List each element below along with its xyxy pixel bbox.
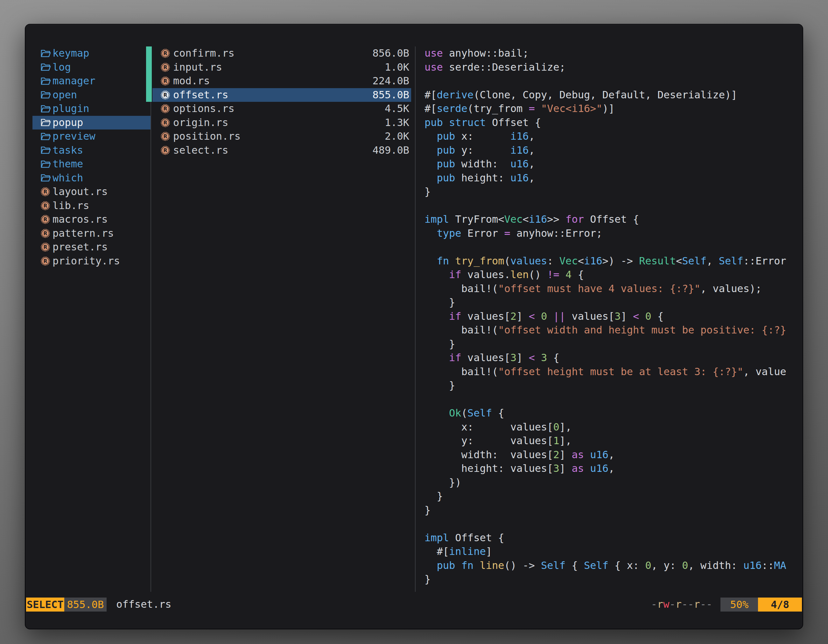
parent-item-pattern-rs[interactable]: Rpattern.rs (33, 227, 151, 241)
parent-item-priority-rs[interactable]: Rpriority.rs (33, 254, 151, 268)
parent-item-theme[interactable]: theme (33, 157, 151, 171)
code-token (425, 268, 449, 280)
folder-open-icon (41, 90, 52, 100)
code-token: impl (425, 532, 449, 544)
code-token: values[ (461, 310, 510, 322)
code-line (425, 199, 803, 213)
code-token (547, 310, 553, 322)
file-preview-pane: use anyhow::bail;use serde::Deserialize;… (425, 47, 803, 592)
code-token: height: (455, 172, 510, 184)
parent-item-label: theme (52, 157, 83, 171)
code-token (425, 352, 449, 364)
code-token: ( (461, 407, 467, 419)
code-token: , (608, 449, 615, 461)
code-token: bail!( (425, 324, 498, 336)
parent-item-preset-rs[interactable]: Rpreset.rs (33, 240, 151, 254)
code-token: "offset height must be at least 3: {:?}" (498, 366, 743, 378)
code-token: >) -> (602, 255, 639, 267)
parent-item-lib-rs[interactable]: Rlib.rs (33, 199, 151, 213)
code-line (425, 517, 803, 531)
parent-item-log[interactable]: log (33, 60, 151, 74)
code-line (425, 240, 803, 254)
code-token: Offset { (449, 532, 504, 544)
parent-item-open[interactable]: open (33, 88, 151, 102)
folder-open-icon (41, 146, 52, 155)
code-line: }) (425, 476, 803, 490)
svg-text:R: R (163, 120, 168, 126)
parent-item-layout-rs[interactable]: Rlayout.rs (33, 185, 151, 199)
parent-item-label: log (52, 60, 71, 74)
code-token: i16 (510, 130, 529, 142)
code-token: , (529, 130, 535, 142)
parent-item-keymap[interactable]: keymap (33, 47, 151, 60)
rust-file-icon: R (41, 242, 52, 252)
svg-text:R: R (163, 51, 168, 56)
code-token: ( (504, 255, 510, 267)
code-token: x: values[ (425, 421, 554, 433)
code-token: pub (437, 172, 455, 184)
code-line: x: values[0], (425, 420, 803, 434)
code-token: use (425, 47, 443, 59)
parent-item-macros-rs[interactable]: Rmacros.rs (33, 213, 151, 227)
svg-text:R: R (163, 64, 168, 71)
parent-item-plugin[interactable]: plugin (33, 102, 151, 116)
permission-char: r (694, 598, 700, 610)
code-token: } (425, 490, 443, 502)
selection-marker (146, 60, 152, 74)
code-token: || (554, 310, 566, 322)
parent-item-preview[interactable]: preview (33, 130, 151, 144)
code-token (584, 462, 590, 475)
rust-file-icon: R (41, 201, 52, 211)
code-line: pub struct Offset { (425, 116, 803, 130)
file-row-confirm-rs[interactable]: Rconfirm.rs856.0B (152, 47, 411, 60)
file-row-select-rs[interactable]: Rselect.rs489.0B (152, 144, 411, 158)
folder-open-icon (41, 104, 52, 114)
code-token: width: (455, 158, 510, 170)
code-token (425, 310, 449, 322)
code-line: impl TryFrom<Vec<i16>> for Offset { (425, 213, 803, 227)
code-token: Offset { (486, 116, 541, 128)
code-line: if values.len() != 4 { (425, 268, 803, 282)
folder-open-icon (41, 173, 52, 183)
code-line: pub height: u16, (425, 171, 803, 185)
rust-file-icon: R (160, 76, 172, 86)
parent-item-manager[interactable]: manager (33, 74, 151, 88)
code-token (425, 227, 437, 239)
code-token: = (504, 227, 510, 239)
code-line: } (425, 489, 803, 503)
parent-item-which[interactable]: which (33, 171, 151, 185)
code-token: values (510, 255, 547, 267)
code-token: y: (455, 144, 510, 156)
code-token: 2 (510, 310, 516, 322)
file-row-position-rs[interactable]: Rposition.rs2.0K (152, 130, 411, 144)
file-row-input-rs[interactable]: Rinput.rs1.0K (152, 60, 411, 74)
file-permissions: -rw-r--r-- (651, 597, 712, 611)
code-token: type (437, 227, 461, 239)
code-line: y: values[1], (425, 434, 803, 448)
code-token: : (547, 255, 560, 267)
file-size: 855.0B (372, 88, 409, 102)
code-token: Self (682, 255, 706, 267)
file-name: options.rs (173, 102, 235, 116)
parent-item-popup[interactable]: popup (33, 116, 151, 130)
code-token: < (522, 213, 528, 225)
code-token: anyhow::Error; (510, 227, 602, 239)
file-row-origin-rs[interactable]: Rorigin.rs1.3K (152, 116, 411, 130)
code-token: >> (547, 213, 566, 225)
file-row-mod-rs[interactable]: Rmod.rs224.0B (152, 74, 411, 88)
svg-text:R: R (163, 78, 168, 84)
code-line (425, 74, 803, 88)
code-token: pub fn (437, 559, 474, 572)
code-token: use (425, 61, 443, 73)
svg-text:R: R (44, 231, 47, 237)
code-line: if values[3] < 3 { (425, 351, 803, 365)
rust-file-icon: R (160, 146, 172, 155)
code-token: != (547, 268, 560, 280)
code-token: 3 (510, 352, 516, 364)
code-line: } (425, 337, 803, 351)
code-token: , (529, 172, 535, 184)
parent-item-tasks[interactable]: tasks (33, 144, 151, 158)
file-row-options-rs[interactable]: Roptions.rs4.5K (152, 102, 411, 116)
parent-item-label: tasks (52, 144, 83, 158)
file-row-offset-rs[interactable]: Roffset.rs855.0B (152, 88, 411, 102)
